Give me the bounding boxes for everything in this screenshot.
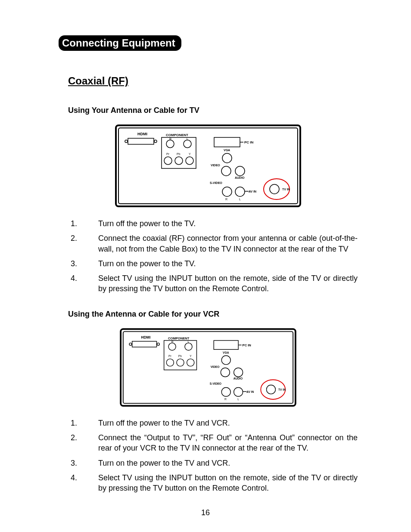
svg-text:HDMI: HDMI: [141, 335, 151, 339]
svg-text:VIDEO: VIDEO: [211, 365, 220, 368]
step-vcr-2: Connect the “Output to TV”, “RF Out” or …: [79, 432, 358, 454]
step-tv-4: Select TV using the INPUT button on the …: [79, 273, 358, 294]
steps-tv: Turn off the power to the TV. Connect th…: [79, 218, 358, 294]
svg-text:Pr: Pr: [168, 355, 171, 358]
svg-text:Y: Y: [190, 355, 192, 358]
step-vcr-1: Turn off the power to the TV and VCR.: [79, 418, 358, 428]
svg-text:Pb: Pb: [177, 152, 181, 156]
svg-text:AV IN: AV IN: [249, 190, 256, 193]
step-tv-3: Turn on the power to the TV.: [79, 258, 358, 269]
svg-rect-3: [128, 138, 154, 144]
svg-text:L: L: [187, 137, 188, 140]
svg-text:R: R: [171, 340, 174, 343]
step-vcr-3: Turn on the power to the TV and VCR.: [79, 458, 358, 468]
diagram-vcr-rear-panel: HDMI COMPONENT R L Pr Pb Y PC IN VGA VID…: [59, 328, 358, 408]
svg-text:PC IN: PC IN: [244, 140, 254, 144]
svg-text:L: L: [239, 198, 241, 201]
steps-vcr: Turn off the power to the TV and VCR. Co…: [79, 418, 358, 494]
svg-text:COMPONENT: COMPONENT: [166, 133, 188, 137]
svg-text:R: R: [224, 398, 227, 401]
page-number: 16: [0, 508, 411, 517]
svg-text:S-VIDEO: S-VIDEO: [210, 382, 221, 385]
svg-text:COMPONENT: COMPONENT: [168, 336, 190, 340]
svg-text:S-VIDEO: S-VIDEO: [210, 181, 222, 184]
svg-text:AUDIO: AUDIO: [234, 377, 243, 380]
svg-text:Y: Y: [189, 152, 191, 156]
svg-text:L: L: [188, 340, 190, 343]
svg-text:AV IN: AV IN: [246, 390, 254, 393]
svg-text:R: R: [169, 137, 171, 140]
heading-vcr: Using the Antenna or Cable for your VCR: [68, 310, 358, 319]
step-vcr-4: Select TV using the INPUT button on the …: [79, 473, 358, 494]
svg-text:HDMI: HDMI: [137, 132, 147, 136]
svg-text:VIDEO: VIDEO: [211, 164, 220, 167]
heading-tv: Using Your Antenna or Cable for TV: [68, 106, 358, 115]
section-title: Connecting Equipment: [59, 35, 181, 51]
diagram-tv-rear-panel: HDMI COMPONENT R L Pr Pb Y PC IN VGA VID…: [59, 124, 358, 209]
svg-text:VGA: VGA: [223, 351, 229, 354]
svg-text:R: R: [225, 198, 227, 201]
svg-text:VGA: VGA: [224, 149, 230, 152]
svg-rect-40: [132, 341, 157, 347]
svg-text:L: L: [237, 398, 239, 401]
svg-text:TV IN: TV IN: [278, 388, 286, 391]
subsection-title: Coaxial (RF): [68, 75, 358, 87]
svg-text:AUDIO: AUDIO: [235, 176, 245, 179]
svg-text:PC IN: PC IN: [243, 343, 251, 347]
step-tv-1: Turn off the power to the TV.: [79, 218, 358, 229]
svg-text:Pb: Pb: [178, 355, 182, 358]
svg-text:TV IN: TV IN: [282, 188, 290, 191]
svg-text:Pr: Pr: [166, 152, 170, 156]
step-tv-2: Connect the coaxial (RF) connector from …: [79, 233, 358, 254]
